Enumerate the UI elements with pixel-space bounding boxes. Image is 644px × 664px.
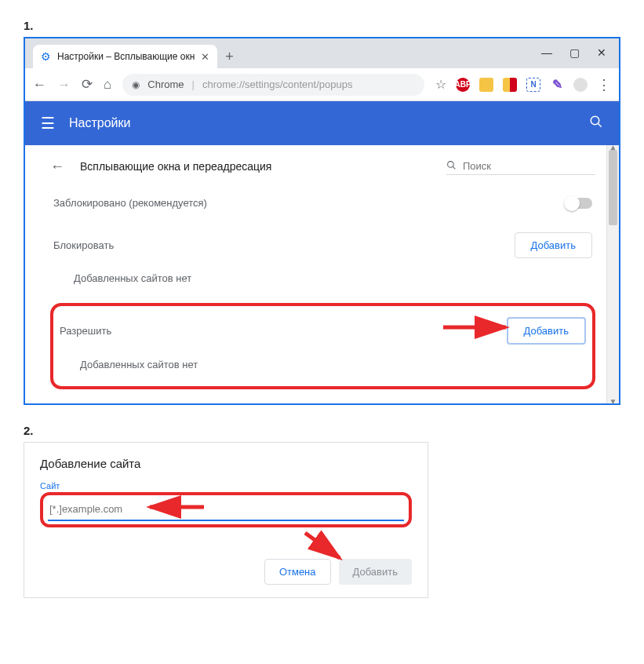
blocked-label: Заблокировано (рекомендуется) [53,197,207,209]
close-window-icon[interactable]: ✕ [597,46,606,59]
profile-avatar-icon[interactable] [573,78,588,92]
scrollbar[interactable]: ▲ ▼ [606,145,619,403]
site-input[interactable] [48,498,404,521]
allow-empty-text: Добавленных сайтов нет [56,352,589,386]
forward-icon[interactable]: → [57,77,71,93]
magnifier-icon [446,160,457,173]
allow-list-label: Разрешить [60,325,111,337]
search-icon[interactable] [589,115,603,133]
block-add-button[interactable]: Добавить [515,232,592,258]
browser-tab[interactable]: ⚙ Настройки – Всплывающие окн ✕ [33,45,217,68]
hamburger-icon[interactable]: ☰ [41,114,55,133]
screenshot-2: Добавление сайта Сайт Отмена Добавить [24,442,428,598]
section-title: Всплывающие окна и переадресация [80,160,271,173]
settings-header: ☰ Настройки [25,101,619,145]
window-controls: — ▢ ✕ [541,38,617,68]
add-site-dialog: Добавление сайта Сайт Отмена Добавить [24,443,428,597]
svg-line-3 [453,166,455,169]
allow-add-button[interactable]: Добавить [507,317,586,345]
home-icon[interactable]: ⌂ [104,77,111,93]
reload-icon[interactable]: ⟳ [82,76,93,93]
browser-toolbar: ← → ⟳ ⌂ ◉ Chrome | chrome://settings/con… [25,68,619,101]
extension-abp-icon[interactable]: ABP [456,78,470,92]
window-titlebar: ⚙ Настройки – Всплывающие окн ✕ + — ▢ ✕ [25,38,619,68]
settings-title: Настройки [69,116,130,130]
close-tab-icon[interactable]: ✕ [201,51,209,63]
bookmark-star-icon[interactable]: ☆ [435,77,446,92]
svg-point-2 [448,161,454,167]
scroll-thumb[interactable] [609,150,617,225]
extension-yellow-icon[interactable] [479,78,493,92]
tab-title: Настройки – Всплывающие окн [57,51,195,62]
settings-content: ← Всплывающие окна и переадресация Забло… [25,145,606,403]
block-list-label: Блокировать [53,239,114,251]
extension-feather-icon[interactable]: ✎ [550,78,564,92]
section-back-icon[interactable]: ← [50,159,64,175]
omnibox[interactable]: ◉ Chrome | chrome://settings/content/pop… [122,74,424,96]
section-search-input[interactable] [461,159,595,173]
kebab-menu-icon[interactable]: ⋮ [597,76,611,93]
block-empty-text: Добавленных сайтов нет [50,266,595,300]
back-icon[interactable]: ← [33,77,46,93]
dialog-field-highlight [40,492,412,527]
step-2-label: 2. [24,424,631,437]
omnibox-url: chrome://settings/content/popups [202,78,353,90]
omnibox-label: Chrome [147,78,184,90]
extension-flag-icon[interactable] [503,78,517,92]
gear-icon: ⚙ [41,50,51,63]
extensions-row: ☆ ABP N ✎ ⋮ [435,76,611,93]
blocked-toggle-row: Заблокировано (рекомендуется) [50,181,595,224]
screenshot-1: ⚙ Настройки – Всплывающие окн ✕ + — ▢ ✕ … [24,37,620,405]
scroll-down-icon[interactable]: ▼ [607,397,619,406]
maximize-icon[interactable]: ▢ [569,46,580,59]
svg-point-0 [591,116,599,125]
dialog-field-label: Сайт [40,481,412,491]
minimize-icon[interactable]: — [541,46,552,59]
dialog-add-button[interactable]: Добавить [339,559,412,585]
extension-n-icon[interactable]: N [526,78,540,92]
svg-line-6 [305,533,340,558]
new-tab-button[interactable]: + [225,49,234,64]
site-info-icon[interactable]: ◉ [132,79,140,90]
svg-line-1 [598,123,602,127]
section-search[interactable] [446,158,595,175]
dialog-title: Добавление сайта [40,457,412,470]
step-1-label: 1. [24,19,631,32]
blocked-toggle[interactable] [566,198,592,209]
dialog-cancel-button[interactable]: Отмена [264,559,331,585]
allow-section-highlight: Разрешить Добавить Добавленных сайтов не… [50,303,595,389]
